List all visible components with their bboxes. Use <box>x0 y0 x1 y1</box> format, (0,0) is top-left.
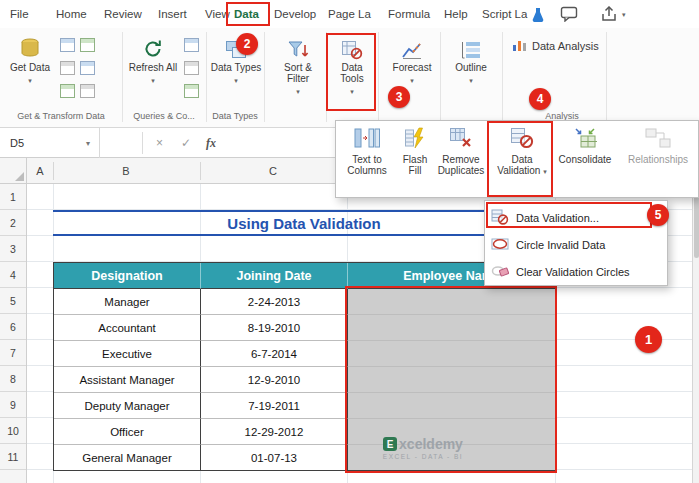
step-circle-4: 4 <box>529 88 551 110</box>
consolidate-button[interactable]: Consolidate <box>556 127 614 165</box>
outline-button[interactable]: Outline ▾ <box>446 34 496 110</box>
from-text-mini-icon[interactable] <box>60 38 75 52</box>
row-header-10[interactable]: 10 <box>0 418 26 444</box>
flash-fill-button[interactable]: FlashFill <box>396 127 434 176</box>
existing-connections-mini-icon[interactable] <box>60 84 75 98</box>
cell-joining-date[interactable]: 12-9-2010 <box>201 367 348 393</box>
from-web-mini-icon[interactable] <box>80 38 95 52</box>
chevron-down-icon: ▾ <box>469 75 473 86</box>
column-header-b[interactable]: B <box>122 158 129 184</box>
table-header-designation[interactable]: Designation <box>54 263 201 289</box>
enter-button[interactable]: ✓ <box>181 128 191 158</box>
cell-designation[interactable]: Assistant Manager <box>54 367 201 393</box>
cell-joining-date[interactable]: 12-29-2012 <box>201 419 348 445</box>
tab-developer[interactable]: Develop <box>274 2 316 26</box>
data-tools-button[interactable]: Data Tools ▾ <box>330 34 374 110</box>
row-header-5[interactable]: 5 <box>0 288 26 314</box>
row-header-3[interactable]: 3 <box>0 236 26 262</box>
step-circle-5: 5 <box>647 204 669 226</box>
row-header-6[interactable]: 6 <box>0 314 26 340</box>
cell-designation[interactable]: General Manager <box>54 445 201 471</box>
scrollbar-thumb[interactable] <box>694 188 699 258</box>
tab-data[interactable]: Data <box>234 2 259 26</box>
tab-home[interactable]: Home <box>56 2 87 26</box>
sort-filter-label: Sort & Filter <box>272 62 324 84</box>
column-header-c[interactable]: C <box>269 158 277 184</box>
cell-employee-name[interactable] <box>348 393 556 419</box>
tab-script-lab[interactable]: Script La <box>482 2 527 26</box>
chevron-down-icon: ▾ <box>543 168 547 175</box>
menu-item-circle-invalid-data[interactable]: Circle Invalid Data <box>485 231 667 258</box>
tab-insert[interactable]: Insert <box>158 2 187 26</box>
excel-window: File Home Review Insert View Data Develo… <box>0 0 699 483</box>
cell-joining-date[interactable]: 01-07-13 <box>201 445 348 471</box>
insert-function-button[interactable]: fx <box>206 128 216 158</box>
chevron-down-icon: ▾ <box>86 139 90 148</box>
cell-joining-date[interactable]: 7-19-2011 <box>201 393 348 419</box>
workbook-links-mini-icon[interactable] <box>184 61 199 75</box>
name-box[interactable]: D5 ▾ <box>0 128 100 158</box>
refresh-all-button[interactable]: Refresh All ▾ <box>128 34 178 110</box>
table-header-joining-date[interactable]: Joining Date <box>201 263 348 289</box>
tab-formulas[interactable]: Formula <box>388 2 430 26</box>
script-lab-icon[interactable] <box>532 7 544 26</box>
share-chevron-down-icon[interactable]: ▾ <box>622 11 626 19</box>
cell-designation[interactable]: Executive <box>54 341 201 367</box>
cell-employee-name[interactable] <box>348 315 556 341</box>
get-data-button[interactable]: Get Data ▾ <box>6 34 54 110</box>
flyout-label: Validation <box>497 165 540 176</box>
cell-joining-date[interactable]: 2-24-2013 <box>201 289 348 315</box>
row-header-2[interactable]: 2 <box>0 210 26 236</box>
relationships-button[interactable]: Relationships <box>616 127 699 165</box>
step-circle-2: 2 <box>236 33 258 55</box>
flyout-label: Duplicates <box>438 165 485 176</box>
from-table-mini-icon[interactable] <box>60 61 75 75</box>
recent-sources-mini-icon[interactable] <box>80 61 95 75</box>
exceldemy-logo: E <box>383 437 397 451</box>
column-header-a[interactable]: A <box>36 158 43 184</box>
cell-employee-name[interactable] <box>348 289 556 315</box>
remove-duplicates-icon <box>449 127 473 151</box>
group-label-get-transform: Get & Transform Data <box>0 111 122 121</box>
data-source-mini-icon[interactable] <box>80 84 95 98</box>
text-to-columns-button[interactable]: Text toColumns <box>340 127 394 176</box>
cell-joining-date[interactable]: 8-19-2010 <box>201 315 348 341</box>
comments-icon[interactable] <box>560 6 578 26</box>
refresh-icon <box>142 34 164 60</box>
row-header-1[interactable]: 1 <box>0 184 26 210</box>
vertical-scrollbar[interactable] <box>692 158 699 483</box>
tab-file[interactable]: File <box>10 2 29 26</box>
cancel-button[interactable]: × <box>156 128 163 158</box>
menu-item-label: Data Validation... <box>516 212 599 224</box>
cell-joining-date[interactable]: 6-7-2014 <box>201 341 348 367</box>
menu-item-clear-validation-circles[interactable]: Clear Validation Circles <box>485 258 667 285</box>
sort-filter-button[interactable]: Sort & Filter ▾ <box>272 34 324 110</box>
properties-mini-icon[interactable] <box>184 38 199 52</box>
flyout-label: Data <box>511 154 532 165</box>
row-header-11[interactable]: 11 <box>0 444 26 470</box>
cell-designation[interactable]: Manager <box>54 289 201 315</box>
row-header-8[interactable]: 8 <box>0 366 26 392</box>
tab-view[interactable]: View <box>205 2 230 26</box>
cell-designation[interactable]: Deputy Manager <box>54 393 201 419</box>
formula-bar-divider <box>142 132 143 154</box>
remove-duplicates-button[interactable]: RemoveDuplicates <box>434 127 488 176</box>
menu-item-data-validation[interactable]: Data Validation... <box>485 204 667 231</box>
cell-employee-name[interactable] <box>348 341 556 367</box>
tab-page-layout[interactable]: Page La <box>328 2 371 26</box>
data-analysis-button[interactable]: Data Analysis <box>512 38 599 54</box>
row-header-7[interactable]: 7 <box>0 340 26 366</box>
funnel-icon <box>287 34 309 60</box>
share-icon[interactable] <box>600 6 618 26</box>
row-header-4[interactable]: 4 <box>0 262 26 288</box>
select-all-corner[interactable] <box>0 158 27 184</box>
tab-help[interactable]: Help <box>444 2 468 26</box>
data-validation-button[interactable]: DataValidation ▾ <box>492 127 552 177</box>
cell-designation[interactable]: Officer <box>54 419 201 445</box>
edit-query-mini-icon[interactable] <box>184 84 199 98</box>
cell-employee-name[interactable] <box>348 367 556 393</box>
tab-review[interactable]: Review <box>104 2 142 26</box>
row-header-9[interactable]: 9 <box>0 392 26 418</box>
cell-designation[interactable]: Accountant <box>54 315 201 341</box>
database-icon <box>18 34 42 60</box>
